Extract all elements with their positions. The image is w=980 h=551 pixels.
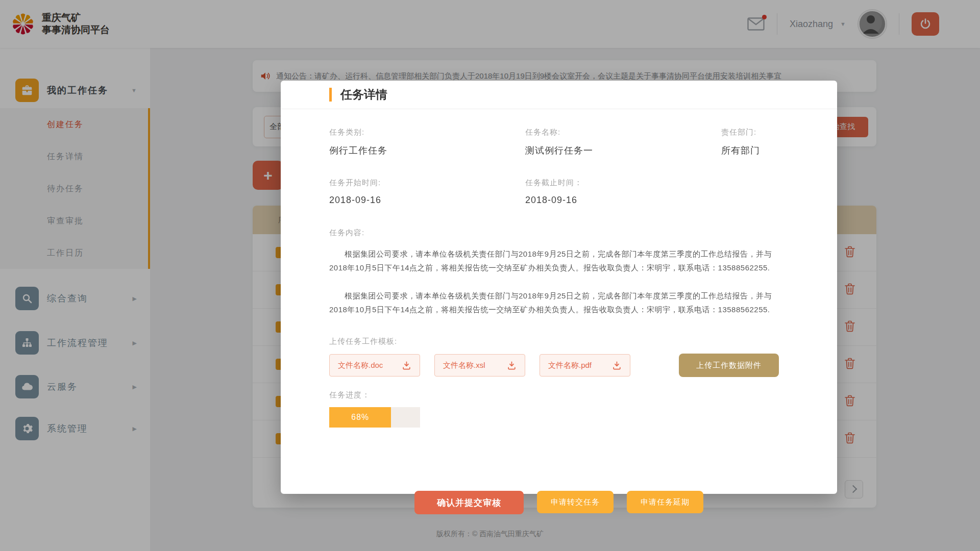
task-content-paragraph: 根据集团公司要求，请本单位各级机关责任部门与2018年9月25日之前，完成各部门… xyxy=(329,247,789,274)
template-file-pdf[interactable]: 文件名称.pdf xyxy=(540,354,630,377)
upload-template-label: 上传任务工作模板: xyxy=(329,337,789,346)
task-content-paragraph: 根据集团公司要求，请本单位各级机关责任部门与2018年9月25日之前，完成各部门… xyxy=(329,289,789,316)
title-accent-bar xyxy=(329,88,332,102)
field-value: 2018-09-16 xyxy=(329,195,525,206)
field-value: 测试例行任务一 xyxy=(525,144,721,157)
download-icon xyxy=(612,361,622,370)
field-label: 任务开始时间: xyxy=(329,178,525,188)
field-label: 责任部门: xyxy=(721,128,789,137)
download-icon xyxy=(402,361,411,370)
field-label: 任务截止时间： xyxy=(525,178,721,188)
modal-title: 任务详情 xyxy=(340,87,387,103)
confirm-submit-button[interactable]: 确认并提交审核 xyxy=(414,491,524,514)
task-progress-label: 任务进度： xyxy=(329,390,789,400)
file-name: 文件名称.doc xyxy=(338,361,383,370)
download-icon xyxy=(507,361,517,370)
field-value: 例行工作任务 xyxy=(329,144,525,157)
file-name: 文件名称.xsl xyxy=(443,361,485,370)
field-value: 所有部门 xyxy=(721,144,789,157)
field-responsible-dept: 责任部门: 所有部门 xyxy=(721,128,789,157)
field-task-name: 任务名称: 测试例行任务一 xyxy=(525,128,721,157)
progress-fill: 68% xyxy=(329,407,391,428)
field-deadline: 任务截止时间： 2018-09-16 xyxy=(525,178,721,206)
upload-attachment-button[interactable]: 上传工作数据附件 xyxy=(679,354,779,377)
field-label: 任务名称: xyxy=(525,128,721,137)
field-task-category: 任务类别: 例行工作任务 xyxy=(329,128,525,157)
task-detail-modal: 任务详情 任务类别: 例行工作任务 任务名称: 测试例行任务一 责任部门: 所有… xyxy=(281,81,837,494)
template-file-doc[interactable]: 文件名称.doc xyxy=(329,354,420,377)
field-start-time: 任务开始时间: 2018-09-16 xyxy=(329,178,525,206)
transfer-task-button[interactable]: 申请转交任务 xyxy=(537,491,614,513)
task-content-label: 任务内容: xyxy=(329,228,789,238)
delay-task-button[interactable]: 申请任务延期 xyxy=(627,491,703,513)
field-value: 2018-09-16 xyxy=(525,195,721,206)
template-file-xsl[interactable]: 文件名称.xsl xyxy=(434,354,525,377)
field-label: 任务类别: xyxy=(329,128,525,137)
progress-bar: 68% xyxy=(329,407,420,428)
file-name: 文件名称.pdf xyxy=(548,361,592,370)
modal-title-row: 任务详情 xyxy=(281,81,837,109)
